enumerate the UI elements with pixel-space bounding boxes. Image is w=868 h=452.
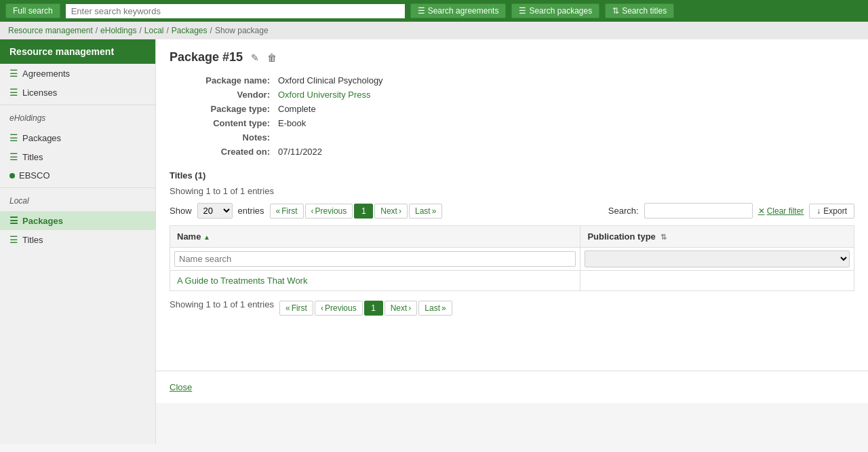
dot-icon: [9, 173, 15, 178]
prev-icon-bottom: ‹: [321, 303, 323, 313]
current-page-top: 1: [354, 204, 373, 219]
footer: [156, 403, 868, 444]
clear-filter-button[interactable]: ✕ Clear filter: [758, 206, 804, 216]
details-row-vendor: Vendor: Oxford University Press: [170, 90, 854, 100]
filter-cell-name: [170, 248, 580, 271]
details-row-type: Package type: Complete: [170, 104, 854, 114]
last-page-button-bottom[interactable]: Last »: [418, 301, 452, 316]
breadcrumb-eholdings[interactable]: eHoldings: [100, 26, 136, 35]
sidebar-item-eholdings-titles[interactable]: ☰ Titles: [0, 147, 155, 166]
sidebar-divider-1: [0, 105, 155, 105]
list-icon: ☰: [9, 215, 18, 226]
sidebar-item-licenses[interactable]: ☰ Licenses: [0, 83, 155, 102]
pagination-top: « First ‹ Previous 1 Next ›: [270, 204, 443, 219]
table-row: A Guide to Treatments That Work: [170, 271, 854, 291]
current-page-bottom: 1: [364, 301, 383, 316]
name-filter-input[interactable]: [174, 251, 576, 267]
details-row-notes: Notes:: [170, 132, 854, 143]
sidebar-divider-2: [0, 187, 155, 188]
title-link[interactable]: A Guide to Treatments That Work: [177, 276, 307, 286]
sidebar-section-eholdings: eHoldings: [0, 108, 155, 128]
sidebar: Resource management ☰ Agreements ☰ Licen…: [0, 39, 156, 444]
prev-page-button-bottom[interactable]: ‹ Previous: [315, 301, 363, 316]
first-page-button-top[interactable]: « First: [270, 204, 304, 219]
sidebar-section-local: Local: [0, 191, 155, 211]
titles-section: Titles (1) Showing 1 to 1 of 1 entries S…: [170, 170, 854, 316]
edit-button[interactable]: ✎: [248, 51, 262, 64]
main-layout: Resource management ☰ Agreements ☰ Licen…: [0, 39, 868, 444]
breadcrumb-packages[interactable]: Packages: [172, 26, 208, 35]
top-bar: Full search ☰ Search agreements ☰ Search…: [0, 0, 868, 22]
sidebar-item-local-titles[interactable]: ☰ Titles: [0, 230, 155, 249]
last-page-button-top[interactable]: Last »: [409, 204, 442, 219]
titles-table-body: A Guide to Treatments That Work: [170, 271, 854, 291]
agreements-icon: ☰: [418, 6, 425, 16]
global-search-input[interactable]: [66, 4, 405, 18]
next-icon-bottom: ›: [408, 303, 411, 313]
last-icon: »: [432, 206, 437, 216]
page-title-icons: ✎ 🗑: [248, 51, 279, 64]
package-details: Package name: Oxford Clinical Psychology…: [170, 75, 854, 157]
export-button[interactable]: ↓ Export: [809, 204, 854, 219]
details-row-name: Package name: Oxford Clinical Psychology: [170, 75, 854, 86]
list-icon: ☰: [9, 87, 18, 98]
sort-icon-pubtype: ⇅: [660, 233, 667, 241]
list-icon: ☰: [9, 151, 18, 162]
details-row-content: Content type: E-book: [170, 118, 854, 128]
titles-table: Name Publication type ⇅: [170, 225, 854, 291]
search-titles-button[interactable]: ⇅ Search titles: [605, 3, 674, 18]
table-controls-bottom: Showing 1 to 1 of 1 entries « First ‹ Pr…: [170, 299, 854, 316]
search-area: Search: ✕ Clear filter ↓ Export: [608, 203, 854, 219]
pagination-bottom: « First ‹ Previous 1 Next ›: [279, 301, 452, 316]
title-pubtype-cell: [580, 271, 854, 291]
first-icon-bottom: «: [285, 303, 290, 313]
next-page-button-bottom[interactable]: Next ›: [384, 301, 418, 316]
vendor-link[interactable]: Oxford University Press: [278, 90, 371, 100]
search-agreements-button[interactable]: ☰ Search agreements: [410, 3, 507, 18]
breadcrumb: Resource management / eHoldings / Local …: [0, 22, 868, 39]
sidebar-item-eholdings-packages[interactable]: ☰ Packages: [0, 128, 155, 147]
close-button[interactable]: Close: [170, 382, 192, 392]
export-icon: ↓: [816, 206, 821, 216]
pubtype-filter-select[interactable]: [585, 250, 850, 267]
sidebar-item-agreements[interactable]: ☰ Agreements: [0, 64, 155, 83]
table-header-row: Name Publication type ⇅: [170, 226, 854, 248]
page-title: Package #15 ✎ 🗑: [170, 50, 854, 64]
showing-text-top: Showing 1 to 1 of 1 entries: [170, 186, 854, 196]
sidebar-title: Resource management: [0, 39, 155, 64]
next-page-button-top[interactable]: Next ›: [374, 204, 408, 219]
last-icon-bottom: »: [441, 303, 446, 313]
prev-page-button-top[interactable]: ‹ Previous: [305, 204, 353, 219]
sidebar-item-ebsco[interactable]: EBSCO: [0, 166, 155, 185]
sidebar-item-local-packages[interactable]: ☰ Packages: [0, 211, 155, 230]
prev-icon: ‹: [311, 206, 314, 216]
close-area: Close: [156, 371, 868, 403]
filter-cell-pubtype: [580, 248, 854, 271]
first-page-button-bottom[interactable]: « First: [279, 301, 313, 316]
main-content: Package #15 ✎ 🗑 Package name: Oxford Cli…: [156, 39, 868, 371]
packages-icon: ☰: [519, 6, 526, 16]
delete-button[interactable]: 🗑: [264, 51, 279, 64]
table-controls-top: Show 20 10 50 100 entries « First: [170, 203, 854, 219]
breadcrumb-resource-management[interactable]: Resource management: [8, 26, 93, 35]
list-icon: ☰: [9, 68, 18, 79]
titles-header: Titles (1): [170, 170, 854, 181]
first-icon: «: [276, 206, 281, 216]
global-search-button[interactable]: Full search: [5, 3, 60, 18]
search-input[interactable]: [644, 203, 753, 219]
x-icon: ✕: [758, 206, 765, 216]
search-packages-button[interactable]: ☰ Search packages: [511, 3, 599, 18]
col-header-pubtype[interactable]: Publication type ⇅: [580, 226, 854, 248]
title-name-cell: A Guide to Treatments That Work: [170, 271, 580, 291]
list-icon: ☰: [9, 234, 18, 245]
titles-icon: ⇅: [612, 6, 619, 16]
table-filter-row: [170, 248, 854, 271]
breadcrumb-local[interactable]: Local: [144, 26, 164, 35]
showing-text-bottom: Showing 1 to 1 of 1 entries: [170, 299, 274, 309]
next-icon: ›: [399, 206, 401, 216]
entries-per-page-select[interactable]: 20 10 50 100: [197, 203, 233, 219]
details-row-created: Created on: 07/11/2022: [170, 147, 854, 157]
breadcrumb-current: Show package: [215, 26, 269, 35]
list-icon: ☰: [9, 132, 18, 143]
col-header-name[interactable]: Name: [170, 226, 580, 248]
